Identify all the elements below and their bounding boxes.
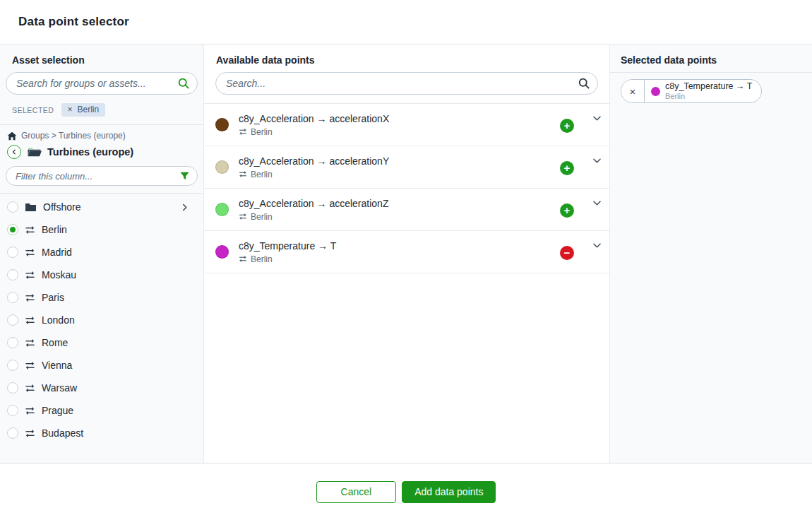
close-icon[interactable]: × (67, 105, 72, 114)
datapoint-info: c8y_Acceleration → accelerationZ Berlin (239, 198, 388, 222)
asset-search-input[interactable] (6, 72, 198, 95)
asset-radio[interactable] (7, 269, 18, 280)
datapoint-asset: Berlin (251, 127, 273, 137)
asset-row[interactable]: Warsaw (0, 377, 203, 399)
asset-radio[interactable] (7, 405, 18, 416)
asset-radio[interactable] (7, 382, 18, 394)
asset-row[interactable]: Paris (0, 286, 203, 309)
divider (0, 124, 203, 125)
dialog-content: Asset selection SELECTED × Berlin Groups… (0, 45, 812, 463)
chevron-right-icon[interactable] (181, 203, 188, 211)
asset-radio[interactable] (7, 292, 18, 303)
add-datapoint-button[interactable]: + (560, 161, 574, 175)
asset-selection-panel: Asset selection SELECTED × Berlin Groups… (0, 45, 204, 463)
asset-label: Prague (42, 405, 73, 416)
asset-label: Warsaw (42, 382, 77, 394)
dialog-header: Data point selector (0, 0, 812, 45)
search-icon[interactable] (177, 77, 190, 90)
cancel-button[interactable]: Cancel (316, 481, 397, 503)
asset-row[interactable]: Budapest (0, 422, 203, 444)
asset-radio[interactable] (7, 224, 18, 235)
chevron-down-icon[interactable] (592, 115, 602, 122)
selected-asset-chip-label: Berlin (77, 105, 99, 114)
available-datapoints-title: Available data points (216, 54, 597, 66)
datapoint-info: c8y_Temperature → T Berlin (239, 240, 336, 264)
datapoint-color-dot (215, 245, 229, 259)
datapoint-list: c8y_Acceleration → accelerationX Berlin … (204, 103, 609, 463)
asset-row[interactable]: Rome (0, 331, 203, 354)
asset-label: Vienna (42, 360, 72, 371)
filter-icon[interactable] (179, 171, 190, 182)
datapoint-info: c8y_Acceleration → accelerationY Berlin (239, 155, 389, 179)
asset-radio[interactable] (7, 337, 18, 348)
selected-datapoints-title: Selected data points (621, 54, 800, 66)
datapoint-color-dot (651, 87, 660, 96)
folder-open-icon (27, 146, 42, 158)
selected-asset-chip[interactable]: × Berlin (61, 103, 105, 117)
add-datapoint-button[interactable]: + (560, 203, 574, 218)
datapoint-asset: Berlin (251, 212, 273, 222)
available-datapoints-panel: Available data points c8y_Acceleration →… (204, 45, 609, 463)
current-group-row: Turbines (europe) (7, 145, 196, 159)
add-datapoint-button[interactable]: + (560, 119, 574, 133)
selected-datapoint-title: c8y_Temperature → T (665, 81, 752, 91)
datapoint-row[interactable]: c8y_Acceleration → accelerationX Berlin … (204, 104, 609, 146)
datapoint-asset: Berlin (251, 254, 273, 264)
device-icon (25, 429, 35, 438)
device-icon (25, 271, 35, 280)
asset-row[interactable]: Berlin (0, 218, 203, 241)
asset-label: Budapest (42, 427, 83, 439)
asset-radio[interactable] (7, 247, 18, 258)
home-icon[interactable] (7, 131, 17, 141)
asset-radio[interactable] (7, 314, 18, 326)
device-icon (25, 384, 35, 393)
selected-label: SELECTED (12, 106, 54, 114)
asset-radio[interactable] (7, 201, 18, 213)
dialog-title: Data point selector (18, 15, 129, 29)
datapoint-row[interactable]: c8y_Acceleration → accelerationY Berlin … (204, 146, 609, 189)
current-group-label: Turbines (europe) (47, 146, 133, 158)
selected-datapoints-panel: Selected data points × c8y_Temperature →… (609, 45, 812, 463)
asset-radio[interactable] (7, 427, 18, 439)
back-button[interactable] (7, 145, 21, 159)
asset-row[interactable]: London (0, 309, 203, 331)
remove-datapoint-button[interactable]: − (560, 246, 574, 260)
datapoint-title: c8y_Acceleration → accelerationX (239, 113, 389, 124)
datapoint-row[interactable]: c8y_Temperature → T Berlin − (204, 231, 609, 273)
asset-label: Offshore (43, 201, 80, 213)
asset-label: Paris (42, 292, 64, 303)
chevron-down-icon[interactable] (592, 158, 602, 164)
asset-row[interactable]: Offshore (0, 196, 203, 218)
asset-row[interactable]: Vienna (0, 354, 203, 377)
add-data-points-button[interactable]: Add data points (402, 481, 496, 503)
asset-label: London (42, 314, 75, 326)
chevron-down-icon[interactable] (592, 242, 602, 249)
datapoint-color-dot (215, 118, 229, 131)
datapoint-title: c8y_Temperature → T (239, 240, 336, 252)
asset-radio[interactable] (7, 360, 18, 371)
datapoint-info: c8y_Acceleration → accelerationX Berlin (239, 113, 389, 137)
asset-row[interactable]: Moskau (0, 264, 203, 286)
asset-label: Rome (42, 337, 68, 348)
device-icon (25, 338, 35, 348)
datapoint-search-input[interactable] (215, 72, 598, 95)
column-filter-input[interactable] (6, 166, 198, 186)
asset-row[interactable]: Prague (0, 399, 203, 422)
datapoint-asset: Berlin (251, 170, 273, 179)
asset-row[interactable]: Madrid (0, 241, 203, 264)
asset-label: Moskau (42, 269, 76, 280)
device-icon (239, 170, 247, 178)
device-icon (25, 248, 35, 257)
asset-list: Offshore Berlin Madrid Moskau Paris Lond… (0, 194, 203, 463)
chevron-down-icon[interactable] (592, 200, 602, 206)
device-icon (239, 128, 247, 136)
remove-selected-datapoint-button[interactable]: × (621, 80, 645, 102)
datapoint-title: c8y_Acceleration → accelerationY (239, 155, 389, 167)
datapoint-title: c8y_Acceleration → accelerationZ (239, 198, 388, 209)
breadcrumb[interactable]: Groups > Turbines (europe) (7, 131, 196, 141)
datapoint-row[interactable]: c8y_Acceleration → accelerationZ Berlin … (204, 189, 609, 231)
search-icon[interactable] (578, 77, 590, 90)
device-icon (25, 361, 35, 370)
asset-label: Berlin (42, 224, 67, 235)
device-icon (239, 213, 247, 220)
